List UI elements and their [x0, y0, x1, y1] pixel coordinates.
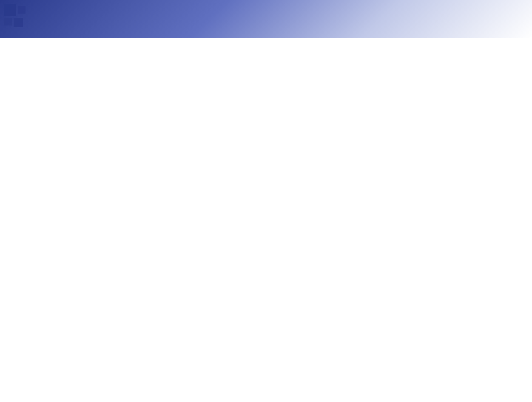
diagram-area [0, 68, 532, 402]
header-bar [0, 0, 532, 38]
connections-svg [0, 68, 532, 402]
logo-decoration [4, 4, 26, 27]
